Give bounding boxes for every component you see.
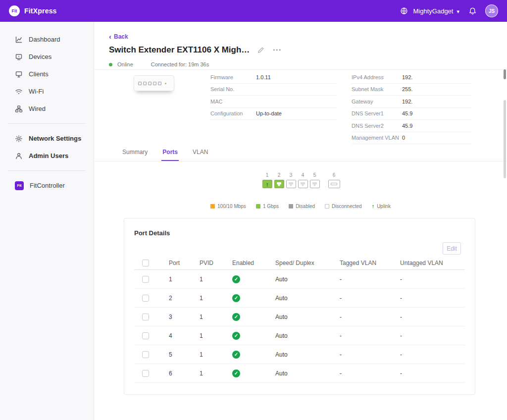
brand-logo-text: Fit [12, 8, 17, 13]
col-speed: Speed/ Duplex [275, 260, 340, 266]
sidebar-item-wifi[interactable]: Wi-Fi [0, 83, 94, 100]
info-row-management-vlan: Management VLAN 0 [352, 132, 471, 145]
wifi-icon [15, 88, 23, 96]
legend-100mbps: 100/10 Mbps [210, 204, 246, 209]
cell-tagged: - [340, 295, 400, 302]
sidebar-item-network-settings[interactable]: Network Settings [0, 130, 94, 147]
cell-port: 3 [169, 314, 200, 320]
legend-disconnected: Disconnected [325, 204, 362, 209]
col-tagged: Tagged VLAN [340, 260, 400, 266]
card-title: Port Details [134, 229, 170, 237]
port-indicator-1[interactable]: 1 [262, 172, 273, 188]
back-button[interactable]: Back [109, 33, 128, 41]
sidebar-item-wired[interactable]: Wired [0, 100, 94, 117]
info-row-mac: MAC [210, 96, 337, 108]
tab-ports[interactable]: Ports [161, 147, 179, 161]
dashboard-icon [15, 36, 23, 44]
port-legend: 100/10 Mbps 1 Gbps Disabled Disconnected… [94, 203, 507, 209]
scrollbar-thumb-small[interactable] [504, 69, 506, 79]
sidebar: Dashboard Devices Clients [0, 22, 94, 420]
back-chevron-icon [109, 33, 111, 41]
edit-button[interactable]: Edit [443, 242, 461, 255]
row-checkbox[interactable] [142, 370, 149, 377]
brand-name: FitXpress [24, 7, 57, 15]
enabled-check-icon [232, 313, 240, 321]
row-checkbox[interactable] [142, 332, 149, 339]
tab-vlan[interactable]: VLAN [192, 147, 209, 161]
sidebar-item-devices[interactable]: Devices [0, 48, 94, 65]
gear-icon [15, 135, 23, 143]
clients-icon [15, 70, 23, 78]
cell-speed: Auto [275, 351, 340, 358]
uplink-arrow-icon [266, 180, 269, 189]
sidebar-item-clients[interactable]: Clients [0, 65, 94, 83]
header-divider [94, 69, 507, 70]
title-row: Switch Extender EXT1106 X Migh… [109, 45, 281, 55]
connected-duration: Connected for: 19m 36s [151, 61, 209, 67]
table-row-port-2: 2 1 Auto - - [134, 289, 465, 308]
notifications-bell-icon[interactable] [466, 5, 478, 17]
port-disconnected-icon [286, 180, 296, 188]
row-checkbox[interactable] [142, 351, 149, 358]
app-window: Fit FitXpress MightyGadget [0, 0, 507, 420]
user-avatar[interactable]: JS [485, 4, 498, 17]
more-actions-icon[interactable] [272, 45, 281, 55]
port-number: 2 [278, 172, 281, 178]
table-row-port-4: 4 1 Auto - - [134, 326, 465, 345]
top-bar: Fit FitXpress MightyGadget [0, 0, 507, 22]
col-pvid: PVID [200, 260, 232, 266]
brand-area[interactable]: Fit FitXpress [9, 5, 57, 16]
col-enabled: Enabled [232, 260, 275, 266]
cell-speed: Auto [275, 276, 340, 283]
sidebar-item-dashboard[interactable]: Dashboard [0, 31, 94, 48]
sidebar-item-label: Admin Users [29, 152, 68, 159]
edit-title-pencil-icon[interactable] [257, 47, 264, 53]
chevron-down-icon [456, 7, 459, 15]
scrollbar-thumb[interactable] [504, 100, 506, 178]
legend-uplink: Uplink [372, 203, 391, 209]
fitcontroller-logo-icon: Fit [15, 181, 24, 190]
org-name: MightyGadget [413, 7, 454, 15]
legend-disabled: Disabled [289, 204, 315, 209]
port-indicator-5[interactable]: 5 [309, 172, 320, 188]
row-checkbox[interactable] [142, 276, 149, 283]
port-indicator-2[interactable]: 2 [274, 172, 285, 188]
cell-untagged: - [400, 332, 465, 339]
select-all-checkbox[interactable] [142, 260, 149, 266]
port-indicator-3[interactable]: 3 [286, 172, 297, 188]
col-port: Port [169, 260, 200, 266]
status-row: Online Connected for: 19m 36s [109, 61, 209, 67]
device-port-graphic [143, 82, 147, 85]
device-port-graphic [158, 82, 161, 85]
port-disconnected-icon [298, 180, 308, 188]
sidebar-item-label: Wi-Fi [29, 88, 44, 95]
row-checkbox[interactable] [142, 295, 149, 302]
sidebar-item-label: Clients [29, 70, 49, 78]
cell-tagged: - [340, 351, 400, 358]
enabled-check-icon [232, 332, 240, 340]
cell-port: 6 [169, 370, 200, 377]
sidebar-item-fitcontroller[interactable]: Fit FitController [0, 177, 94, 194]
main-content: Back Switch Extender EXT1106 X Migh… Onl… [94, 22, 507, 420]
page-title: Switch Extender EXT1106 X Migh… [109, 45, 250, 55]
port-indicator-6[interactable]: 6 [329, 172, 340, 188]
org-switcher[interactable]: MightyGadget [398, 5, 459, 17]
wired-icon [15, 105, 23, 113]
tab-summary[interactable]: Summary [121, 147, 149, 161]
cell-tagged: - [340, 370, 400, 377]
cell-pvid: 1 [200, 276, 232, 283]
back-label: Back [114, 33, 128, 40]
sidebar-divider [8, 170, 86, 171]
device-image [134, 75, 174, 91]
table-row-port-1: 1 1 Auto - - [134, 270, 465, 289]
sidebar-item-admin-users[interactable]: Admin Users [0, 147, 94, 164]
row-checkbox[interactable] [142, 314, 149, 320]
device-info-right: IPv4 Address 192. Subnet Mask 255. Gatew… [352, 71, 471, 144]
port-indicator-4[interactable]: 4 [298, 172, 308, 188]
cell-untagged: - [400, 295, 465, 302]
avatar-initials: JS [489, 8, 495, 14]
rj45-glyph [289, 182, 293, 186]
brand-logo-icon: Fit [9, 5, 20, 16]
port-number: 5 [313, 172, 316, 178]
sites-icon [398, 5, 410, 17]
